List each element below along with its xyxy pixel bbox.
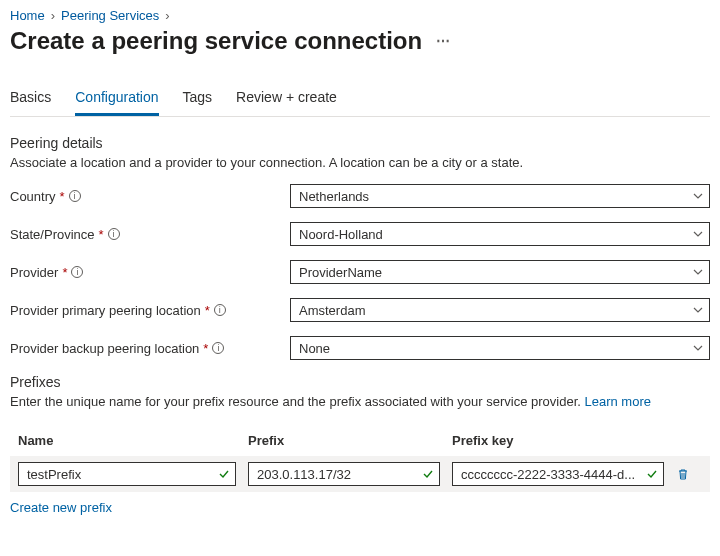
info-icon[interactable]: i (214, 304, 226, 316)
col-header-name: Name (18, 433, 248, 448)
chevron-right-icon: › (51, 8, 55, 23)
select-backup-location-input[interactable] (290, 336, 710, 360)
tab-basics[interactable]: Basics (10, 83, 51, 116)
col-header-actions (676, 433, 702, 448)
section-desc-peering-details: Associate a location and a provider to y… (10, 155, 710, 170)
prefix-prefix-input[interactable] (248, 462, 440, 486)
label-provider-text: Provider (10, 265, 58, 280)
required-marker: * (62, 265, 67, 280)
required-marker: * (205, 303, 210, 318)
label-primary-location-text: Provider primary peering location (10, 303, 201, 318)
table-row (10, 456, 710, 492)
delete-row-button[interactable] (676, 467, 702, 481)
section-title-prefixes: Prefixes (10, 374, 710, 390)
chevron-right-icon: › (165, 8, 169, 23)
prefix-table-header: Name Prefix Prefix key (10, 425, 710, 456)
create-new-prefix-link[interactable]: Create new prefix (10, 500, 112, 515)
cell-prefix-key (452, 462, 676, 486)
info-icon[interactable]: i (69, 190, 81, 202)
required-marker: * (99, 227, 104, 242)
select-provider-input[interactable] (290, 260, 710, 284)
field-primary-location: Provider primary peering location * i (10, 298, 710, 322)
section-title-peering-details: Peering details (10, 135, 710, 151)
check-icon (422, 468, 434, 480)
label-backup-location: Provider backup peering location * i (10, 341, 290, 356)
label-state-text: State/Province (10, 227, 95, 242)
select-provider[interactable] (290, 260, 710, 284)
label-provider: Provider * i (10, 265, 290, 280)
tabs: Basics Configuration Tags Review + creat… (10, 83, 710, 117)
info-icon[interactable]: i (212, 342, 224, 354)
prefix-key-input[interactable] (452, 462, 664, 486)
page-title-text: Create a peering service connection (10, 27, 422, 55)
tab-tags[interactable]: Tags (183, 83, 213, 116)
required-marker: * (60, 189, 65, 204)
select-backup-location[interactable] (290, 336, 710, 360)
info-icon[interactable]: i (108, 228, 120, 240)
cell-prefix (248, 462, 452, 486)
section-prefixes: Prefixes Enter the unique name for your … (10, 374, 710, 515)
col-header-prefix-key: Prefix key (452, 433, 676, 448)
page-title: Create a peering service connection ⋯ (10, 27, 710, 55)
breadcrumb-home[interactable]: Home (10, 8, 45, 23)
tab-review-create[interactable]: Review + create (236, 83, 337, 116)
label-state: State/Province * i (10, 227, 290, 242)
breadcrumb-peering-services[interactable]: Peering Services (61, 8, 159, 23)
prefix-table: Name Prefix Prefix key (10, 425, 710, 492)
label-primary-location: Provider primary peering location * i (10, 303, 290, 318)
info-icon[interactable]: i (71, 266, 83, 278)
field-state: State/Province * i (10, 222, 710, 246)
cell-name (18, 462, 248, 486)
label-country: Country * i (10, 189, 290, 204)
prefixes-desc-text: Enter the unique name for your prefix re… (10, 394, 584, 409)
label-country-text: Country (10, 189, 56, 204)
check-icon (218, 468, 230, 480)
select-country[interactable] (290, 184, 710, 208)
field-provider: Provider * i (10, 260, 710, 284)
prefix-name-input[interactable] (18, 462, 236, 486)
breadcrumb: Home › Peering Services › (10, 8, 710, 23)
check-icon (646, 468, 658, 480)
select-state-input[interactable] (290, 222, 710, 246)
tab-configuration[interactable]: Configuration (75, 83, 158, 116)
field-backup-location: Provider backup peering location * i (10, 336, 710, 360)
required-marker: * (203, 341, 208, 356)
select-primary-location[interactable] (290, 298, 710, 322)
field-country: Country * i (10, 184, 710, 208)
select-country-input[interactable] (290, 184, 710, 208)
label-backup-location-text: Provider backup peering location (10, 341, 199, 356)
section-desc-prefixes: Enter the unique name for your prefix re… (10, 394, 710, 409)
trash-icon (676, 467, 690, 481)
learn-more-link[interactable]: Learn more (584, 394, 650, 409)
more-actions-icon[interactable]: ⋯ (436, 33, 450, 49)
select-primary-location-input[interactable] (290, 298, 710, 322)
select-state[interactable] (290, 222, 710, 246)
col-header-prefix: Prefix (248, 433, 452, 448)
